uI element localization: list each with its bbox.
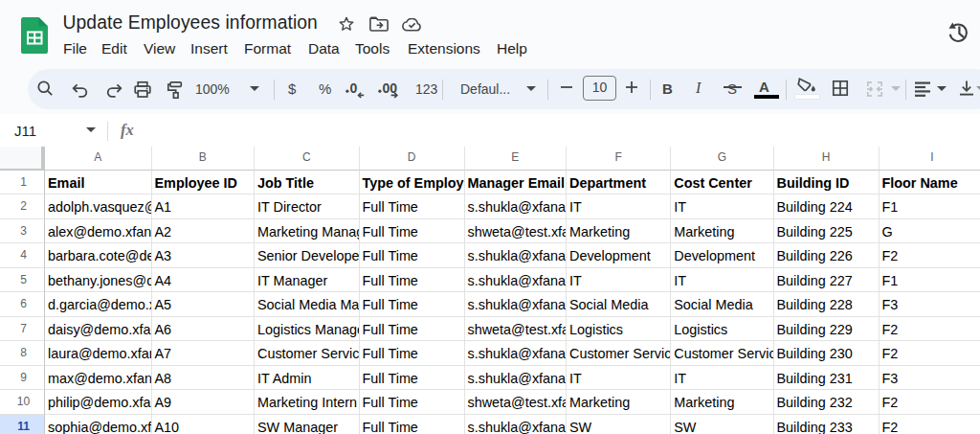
svg-text:0: 0 — [349, 80, 357, 96]
